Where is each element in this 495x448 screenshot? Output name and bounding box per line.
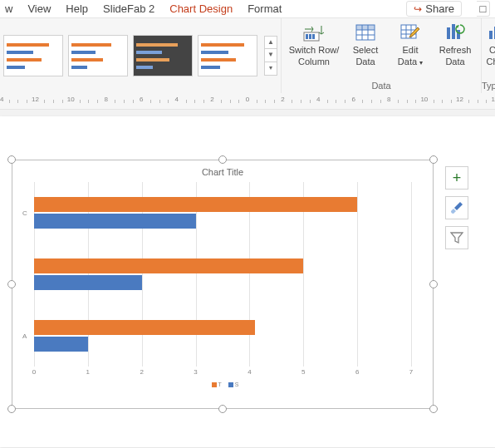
menu-item-trunc[interactable]: w (5, 2, 12, 15)
resize-handle-s[interactable] (218, 405, 227, 413)
menu-item-format[interactable]: Format (248, 2, 282, 15)
resize-handle-w[interactable] (7, 280, 16, 288)
ruler-tick: 6 (351, 96, 355, 103)
chart-filters-button[interactable] (445, 226, 468, 249)
svg-rect-18 (489, 31, 493, 39)
edit-label-1: Edit (403, 45, 419, 55)
bar-T-C[interactable] (34, 197, 357, 212)
svg-rect-2 (309, 34, 311, 39)
ribbon: ▲ ▼ ▾ Switch Row/ Column Select Data (0, 18, 495, 93)
refresh-label-2: Data (445, 57, 464, 66)
x-tick: 2 (140, 368, 143, 376)
refresh-data-icon (443, 22, 468, 43)
resize-handle-n[interactable] (218, 155, 227, 164)
menu-item-view[interactable]: View (27, 2, 51, 15)
edit-label-2: Data ▾ (398, 57, 423, 67)
resize-handle-ne[interactable] (429, 155, 438, 164)
svg-rect-3 (312, 34, 315, 39)
x-tick: 6 (355, 368, 359, 376)
share-button[interactable]: ↪ Share (406, 1, 462, 17)
ruler-tick: 2 (210, 96, 213, 103)
ruler-tick: 12 (32, 96, 39, 103)
switch-row-column-button[interactable]: Switch Row/ Column (287, 22, 341, 66)
ruler-tick: 10 (420, 96, 428, 103)
x-tick: 0 (32, 368, 36, 376)
funnel-icon (450, 231, 463, 244)
gallery-more-button[interactable]: ▾ (264, 62, 277, 76)
svg-rect-1 (306, 34, 308, 39)
select-label-1: Select (353, 45, 379, 55)
plot-area[interactable]: CA (34, 182, 411, 367)
comments-button-trunc[interactable]: □ (477, 1, 490, 17)
tab-strip: w View Help SlideFab 2 Chart Design Form… (0, 0, 495, 18)
chart-style-3[interactable] (133, 35, 193, 76)
chart-elements-button[interactable]: + (445, 166, 468, 190)
select-label-2: Data (355, 57, 375, 66)
resize-handle-nw[interactable] (7, 155, 16, 164)
menu-item-slidefab[interactable]: SlideFab 2 (103, 2, 154, 15)
ruler-tick: 14 (0, 96, 3, 103)
slide[interactable]: Chart Title CA 01234567 T S + (0, 116, 495, 447)
slide-canvas: Chart Title CA 01234567 T S + (0, 110, 495, 448)
change-chart-type-button[interactable]: Cha Chart (485, 22, 495, 80)
bar-S-[interactable] (34, 275, 142, 290)
chart-title[interactable]: Chart Title (19, 167, 426, 177)
bar-S-C[interactable] (34, 214, 196, 229)
refresh-data-button[interactable]: Refresh Data (434, 22, 476, 66)
switch-row-column-icon (301, 22, 326, 43)
chevron-down-icon: ▾ (419, 59, 423, 66)
ruler-tick: 2 (281, 96, 284, 103)
change-label-1: Cha (489, 45, 495, 55)
plus-icon: + (453, 170, 462, 187)
share-label: Share (425, 2, 454, 15)
grid-line (357, 182, 358, 367)
select-data-button[interactable]: Select Data (345, 22, 386, 66)
legend-label-s: S (235, 382, 239, 387)
gallery-up-button[interactable]: ▲ (264, 36, 277, 49)
select-data-icon (353, 22, 378, 43)
ruler-tick: 12 (456, 96, 463, 103)
ribbon-group-type: Cha Chart Typ (482, 18, 495, 93)
ruler-tick: 4 (175, 96, 179, 103)
group-label-data: Data (282, 80, 481, 93)
bar-T-[interactable] (34, 258, 303, 273)
menu-item-chart-design[interactable]: Chart Design (169, 2, 233, 15)
ruler-tick: 6 (140, 96, 143, 103)
resize-handle-se[interactable] (429, 405, 438, 413)
chart-style-2[interactable] (68, 35, 128, 76)
bar-T-A[interactable] (34, 320, 255, 335)
resize-handle-e[interactable] (429, 280, 438, 288)
chart-style-1[interactable] (3, 35, 63, 76)
share-icon: ↪ (414, 3, 422, 15)
ruler-tick: 4 (316, 96, 320, 103)
grid-line (411, 182, 412, 367)
edit-data-button[interactable]: Edit Data ▾ (390, 22, 431, 67)
chart-floating-buttons: + (445, 166, 468, 249)
ruler-tick: 8 (104, 96, 107, 103)
chart-styles-button[interactable] (445, 196, 468, 219)
x-axis: 01234567 (34, 367, 411, 380)
edit-data-icon (398, 22, 423, 43)
chart-area: Chart Title CA 01234567 T S (19, 167, 426, 401)
change-chart-type-icon (485, 22, 495, 43)
svg-rect-16 (452, 24, 455, 39)
category-label: A (22, 332, 27, 340)
x-tick: 1 (86, 368, 90, 376)
gallery-down-button[interactable]: ▼ (264, 49, 277, 62)
ribbon-group-data: Switch Row/ Column Select Data Edit Data… (282, 18, 482, 93)
ruler-tick: 8 (387, 96, 390, 103)
resize-handle-sw[interactable] (7, 405, 16, 413)
chart-style-4[interactable] (198, 35, 257, 76)
switch-label-2: Column (298, 57, 330, 66)
gallery-spinner: ▲ ▼ ▾ (264, 36, 277, 76)
ruler-tick: 14 (492, 96, 495, 103)
change-label-2: Chart (487, 57, 495, 66)
brush-icon (450, 201, 463, 214)
x-tick: 4 (248, 368, 251, 376)
bar-S-A[interactable] (34, 337, 88, 352)
menu-item-help[interactable]: Help (66, 2, 88, 15)
legend-label-t: T (218, 382, 222, 387)
switch-label-1: Switch Row/ (289, 45, 340, 55)
chart-object[interactable]: Chart Title CA 01234567 T S (12, 160, 434, 409)
chart-legend[interactable]: T S (19, 382, 426, 387)
